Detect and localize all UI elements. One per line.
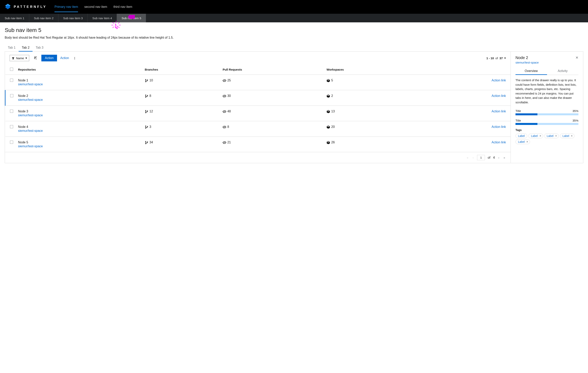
svg-point-23 bbox=[147, 126, 148, 127]
tag-chip[interactable]: Label✕ bbox=[560, 134, 575, 138]
table-row[interactable]: Node 4siemur/test-space3820Action link bbox=[5, 121, 511, 137]
table-row[interactable]: Node 1siemur/test-space10255Action link bbox=[5, 75, 511, 90]
subnav-item[interactable]: Sub nav item 4 bbox=[88, 14, 117, 22]
chip-label: Label bbox=[547, 134, 554, 138]
workspaces-value: 26 bbox=[331, 141, 335, 144]
filter-label: Name bbox=[16, 56, 24, 60]
progress-value: 35% bbox=[573, 109, 578, 113]
branch-icon bbox=[145, 125, 148, 129]
chip-label: Label bbox=[518, 134, 525, 138]
row-action-link[interactable]: Action link bbox=[492, 141, 506, 144]
chip-label: Label bbox=[563, 134, 569, 138]
secondary-nav: Sub nav item 1Sub nav item 2Sub nav item… bbox=[0, 14, 588, 22]
row-checkbox[interactable] bbox=[10, 141, 13, 144]
code-icon bbox=[223, 110, 226, 113]
svg-point-21 bbox=[145, 126, 146, 127]
tab[interactable]: Tab 3 bbox=[32, 44, 46, 51]
primary-nav-item[interactable]: second nav item bbox=[84, 0, 107, 14]
svg-point-19 bbox=[145, 112, 146, 113]
node-link[interactable]: siemur/test-space bbox=[18, 129, 43, 132]
tag-chip[interactable]: Label✕ bbox=[544, 134, 559, 138]
node-link[interactable]: siemur/test-space bbox=[18, 83, 43, 86]
progress-bar bbox=[515, 123, 578, 125]
table-row[interactable]: Node 3siemur/test-space124813Action link bbox=[5, 106, 511, 121]
select-all-checkbox[interactable] bbox=[10, 68, 13, 71]
tab[interactable]: Tab 2 bbox=[19, 44, 32, 51]
subnav-item[interactable]: Sub nav item 3 bbox=[58, 14, 88, 22]
progress-fill bbox=[515, 123, 537, 125]
branches-value: 8 bbox=[149, 94, 151, 98]
tag-chip[interactable]: Label✕ bbox=[515, 139, 530, 144]
drawer-subtitle-link[interactable]: siemur/test-space bbox=[515, 61, 539, 64]
row-action-link[interactable]: Action link bbox=[492, 79, 506, 82]
page-first-button[interactable]: « bbox=[466, 155, 469, 160]
branches-value: 34 bbox=[149, 141, 153, 144]
progress-item: Title35% bbox=[515, 119, 578, 125]
kebab-icon bbox=[73, 56, 76, 60]
chip-label: Label bbox=[518, 140, 525, 143]
page-tabs: Tab 1Tab 2Tab 3 bbox=[5, 44, 583, 52]
chip-remove-icon[interactable]: ✕ bbox=[571, 135, 573, 137]
row-checkbox[interactable] bbox=[10, 110, 13, 113]
branches-value: 3 bbox=[149, 125, 151, 129]
chip-remove-icon[interactable]: ✕ bbox=[555, 135, 557, 137]
brand-logo-icon bbox=[5, 3, 11, 11]
subnav-item[interactable]: Sub nav item 1 bbox=[0, 14, 29, 22]
row-action-link[interactable]: Action link bbox=[492, 110, 506, 113]
row-checkbox[interactable] bbox=[10, 94, 13, 97]
node-link[interactable]: siemur/test-space bbox=[18, 145, 43, 148]
page-prev-button[interactable]: ‹ bbox=[472, 155, 474, 160]
subnav-item[interactable]: Sub nav item 5 bbox=[117, 14, 146, 22]
drawer-title: Node 2 bbox=[515, 55, 528, 60]
tags-heading: Tags bbox=[515, 128, 578, 132]
chip-label: Label bbox=[531, 134, 538, 138]
page-last-button[interactable]: » bbox=[503, 155, 506, 160]
svg-point-17 bbox=[147, 95, 148, 96]
svg-point-16 bbox=[145, 97, 146, 98]
row-checkbox[interactable] bbox=[10, 125, 13, 128]
page-body-text: Body text should be Red Hat Text Regular… bbox=[5, 35, 583, 40]
close-icon: ✕ bbox=[576, 56, 578, 60]
chip-remove-icon[interactable]: ✕ bbox=[539, 135, 541, 137]
svg-point-12 bbox=[145, 79, 146, 80]
pagination-of-label: of bbox=[488, 156, 490, 160]
sort-button[interactable] bbox=[32, 55, 38, 61]
row-action-link[interactable]: Action link bbox=[492, 94, 506, 97]
node-name: Node 4 bbox=[18, 125, 140, 129]
branches-value: 12 bbox=[149, 110, 153, 113]
pagination-top[interactable]: 1 - 10 of 37 ▾ bbox=[486, 56, 506, 60]
page-number-input[interactable] bbox=[477, 155, 485, 160]
progress-fill bbox=[515, 113, 537, 115]
pulls-value: 48 bbox=[227, 110, 231, 113]
table-row[interactable]: Node 2siemur/test-space8302Action link bbox=[5, 90, 511, 106]
svg-point-26 bbox=[147, 141, 148, 142]
primary-nav-item[interactable]: third nav item bbox=[114, 0, 132, 14]
secondary-action-link[interactable]: Action bbox=[60, 56, 69, 60]
svg-point-11 bbox=[74, 59, 75, 59]
progress-item: Title35% bbox=[515, 109, 578, 115]
main-pane: Name ▾ Action Action 1 - 10 of 37 ▾ bbox=[5, 52, 511, 163]
node-link[interactable]: siemur/test-space bbox=[18, 98, 43, 101]
drawer-tab[interactable]: Activity bbox=[547, 67, 578, 75]
row-checkbox[interactable] bbox=[10, 79, 13, 82]
subnav-item[interactable]: Sub nav item 2 bbox=[29, 14, 58, 22]
progress-bar bbox=[515, 113, 578, 115]
filter-dropdown[interactable]: Name ▾ bbox=[10, 55, 29, 61]
drawer-tab[interactable]: Overview bbox=[515, 67, 547, 75]
page-next-button[interactable]: › bbox=[498, 155, 500, 160]
tag-chip[interactable]: Label✕ bbox=[528, 134, 543, 138]
drawer-close-button[interactable]: ✕ bbox=[576, 55, 578, 60]
col-workspaces: Workspaces bbox=[324, 64, 419, 75]
kebab-menu-button[interactable] bbox=[72, 55, 77, 61]
tag-chip[interactable]: Label bbox=[515, 134, 527, 138]
node-link[interactable]: siemur/test-space bbox=[18, 114, 43, 117]
chip-remove-icon[interactable]: ✕ bbox=[526, 140, 528, 143]
table-row[interactable]: Node 5siemur/test-space342126Action link bbox=[5, 137, 511, 152]
primary-nav-item[interactable]: Primary nav item bbox=[54, 0, 78, 14]
angle-right-icon: › bbox=[498, 156, 499, 159]
primary-action-button[interactable]: Action bbox=[41, 55, 57, 61]
sort-icon bbox=[33, 56, 37, 60]
row-action-link[interactable]: Action link bbox=[492, 125, 506, 128]
tab[interactable]: Tab 1 bbox=[5, 44, 19, 51]
code-icon bbox=[223, 94, 226, 98]
